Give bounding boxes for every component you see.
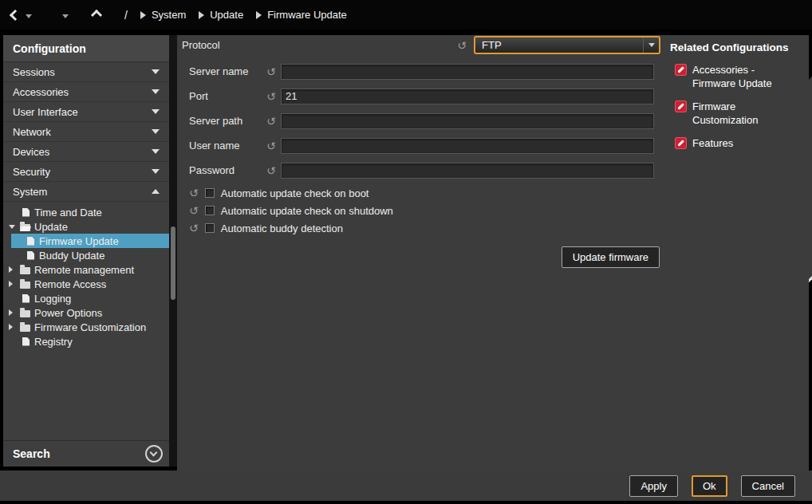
update-check-on-shutdown-checkbox[interactable]: [205, 206, 215, 215]
related-link-accessories-firmware-update[interactable]: Accessories - Firmware Update: [675, 63, 809, 90]
up-icon: [91, 9, 102, 20]
checkbox-row-update-on-boot: ↺ Automatic update check on boot: [189, 187, 369, 199]
dropdown-arrow-button[interactable]: [643, 37, 659, 53]
chevron-down-icon: [152, 69, 160, 74]
sidebar-category-user-interface[interactable]: User Interface: [3, 102, 169, 122]
tree-item-logging[interactable]: Logging: [3, 291, 169, 305]
breadcrumb-arrow-icon: [256, 11, 262, 19]
expander-collapsed-icon[interactable]: [9, 266, 19, 273]
breadcrumb-arrow-icon: [140, 11, 146, 19]
password-input[interactable]: [281, 163, 654, 179]
sidebar-scrollbar-thumb[interactable]: [171, 226, 175, 300]
user-name-row: User name ↺: [189, 137, 660, 154]
tree-item-time-and-date[interactable]: Time and Date: [3, 205, 169, 219]
update-firmware-button[interactable]: Update firmware: [562, 246, 660, 268]
protocol-dropdown[interactable]: FTP: [474, 36, 660, 54]
tree-item-registry[interactable]: Registry: [3, 334, 169, 348]
folder-icon: [20, 282, 30, 289]
search-expand-button[interactable]: [145, 445, 163, 463]
buddy-detection-checkbox[interactable]: [205, 223, 215, 233]
chevron-down-icon: [150, 449, 158, 457]
server-name-label: Server name: [189, 65, 266, 77]
search-section: Search: [3, 440, 169, 467]
reset-icon[interactable]: ↺: [266, 165, 281, 176]
tree-item-firmware-update[interactable]: Firmware Update: [3, 234, 169, 248]
sidebar-title: Configuration: [3, 35, 169, 62]
edit-icon: [675, 100, 687, 112]
server-path-input[interactable]: [281, 113, 654, 129]
file-icon: [22, 294, 30, 303]
sidebar-scrollbar-track[interactable]: [169, 35, 177, 467]
cancel-button[interactable]: Cancel: [741, 475, 795, 497]
folder-icon: [20, 310, 30, 317]
configuration-sidebar: Configuration Sessions Accessories User …: [3, 35, 169, 467]
checkbox-row-buddy-detection: ↺ Automatic buddy detection: [189, 222, 343, 234]
related-link-firmware-customization[interactable]: Firmware Customization: [675, 100, 809, 127]
related-configurations-title: Related Configurations: [665, 35, 809, 53]
file-icon: [22, 337, 30, 346]
expander-collapsed-icon[interactable]: [9, 309, 19, 316]
reset-icon[interactable]: ↺: [189, 187, 199, 199]
tree-item-remote-management[interactable]: Remote management: [3, 262, 169, 277]
firmware-update-panel: Protocol ↺ FTP Server name ↺ Port ↺ Serv…: [177, 35, 665, 471]
related-link-features[interactable]: Features: [675, 136, 809, 150]
chevron-down-icon: [152, 89, 160, 94]
server-path-label: Server path: [189, 115, 266, 127]
checkbox-row-update-on-shutdown: ↺ Automatic update check on shutdown: [189, 204, 393, 217]
breadcrumb-arrow-icon: [199, 11, 204, 19]
chevron-down-icon: [152, 169, 160, 174]
protocol-row: Protocol ↺ FTP: [182, 36, 660, 54]
sidebar-category-accessories[interactable]: Accessories: [3, 82, 169, 102]
folder-icon: [20, 325, 30, 332]
tree-item-remote-access[interactable]: Remote Access: [3, 277, 169, 291]
sidebar-category-security[interactable]: Security: [3, 162, 169, 182]
update-check-on-shutdown-label: Automatic update check on shutdown: [221, 205, 393, 217]
chevron-down-icon: [152, 149, 160, 154]
breadcrumb-update[interactable]: Update: [199, 9, 243, 21]
sidebar-category-network[interactable]: Network: [3, 122, 169, 142]
server-name-input[interactable]: [281, 64, 654, 80]
forward-history-caret-icon: [62, 14, 69, 18]
expander-collapsed-icon[interactable]: [9, 324, 19, 330]
sidebar-category-sessions[interactable]: Sessions: [3, 62, 169, 82]
protocol-selected-value: FTP: [475, 39, 643, 51]
reset-icon[interactable]: ↺: [266, 91, 281, 102]
sidebar-category-devices[interactable]: Devices: [3, 142, 169, 162]
expander-expanded-icon[interactable]: [9, 225, 19, 229]
apply-button[interactable]: Apply: [629, 475, 678, 497]
top-navigation-bar: / System Update Firmware Update: [0, 0, 812, 30]
related-configurations-panel: Related Configurations Accessories - Fir…: [665, 35, 809, 471]
reset-icon[interactable]: ↺: [457, 40, 467, 51]
tree-item-firmware-customization[interactable]: Firmware Customization: [3, 320, 169, 334]
reset-icon[interactable]: ↺: [266, 140, 281, 152]
expander-collapsed-icon[interactable]: [9, 281, 19, 287]
port-label: Port: [189, 90, 266, 102]
reset-icon[interactable]: ↺: [189, 205, 199, 216]
reset-icon[interactable]: ↺: [189, 222, 199, 234]
password-label: Password: [189, 164, 266, 176]
ok-button[interactable]: Ok: [692, 475, 727, 497]
port-input[interactable]: [281, 89, 654, 104]
breadcrumb-system[interactable]: System: [140, 9, 186, 21]
reset-icon[interactable]: ↺: [266, 66, 281, 77]
user-name-input[interactable]: [281, 138, 654, 154]
back-button[interactable]: [11, 11, 32, 19]
breadcrumb-root: /: [124, 9, 128, 22]
tree-item-update[interactable]: Update: [3, 219, 169, 234]
folder-icon: [20, 267, 30, 274]
chevron-down-icon: [648, 43, 655, 47]
sidebar-category-system[interactable]: System: [3, 182, 169, 202]
tree-item-buddy-update[interactable]: Buddy Update: [3, 248, 169, 262]
system-tree: Time and Date Update Firmware Update Bud…: [3, 202, 169, 348]
update-check-on-boot-label: Automatic update check on boot: [221, 187, 369, 199]
forward-button[interactable]: [56, 11, 69, 18]
protocol-label: Protocol: [182, 39, 457, 51]
file-icon: [27, 251, 34, 260]
tree-item-power-options[interactable]: Power Options: [3, 305, 169, 320]
port-row: Port ↺: [189, 88, 660, 104]
back-history-caret-icon: [26, 14, 32, 18]
up-button[interactable]: [93, 11, 101, 19]
update-check-on-boot-checkbox[interactable]: [205, 188, 215, 198]
breadcrumb-firmware-update[interactable]: Firmware Update: [256, 9, 347, 21]
reset-icon[interactable]: ↺: [266, 116, 281, 127]
